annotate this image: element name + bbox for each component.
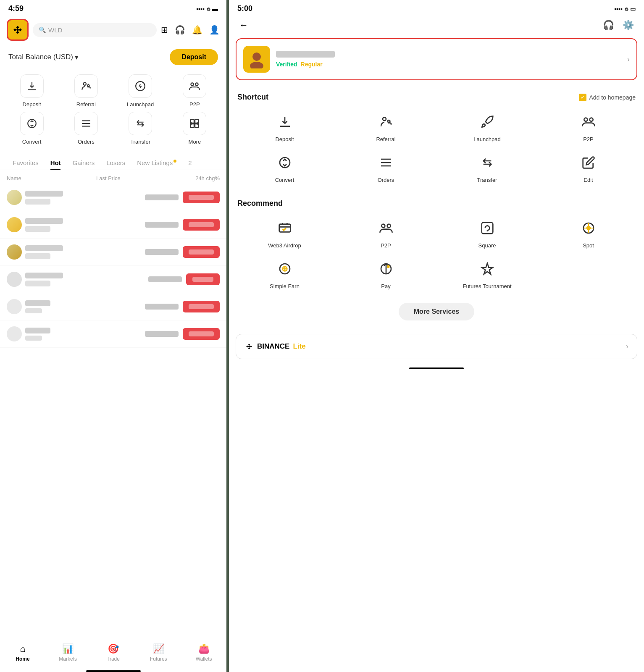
verified-badge: Verified — [276, 61, 297, 68]
more-services-button[interactable]: More Services — [399, 303, 475, 320]
shortcut-launchpad[interactable]: Launchpad — [438, 108, 536, 146]
deposit-icon — [20, 74, 44, 98]
recommend-grid: Web3 Airdrop P2P Square Spot Simple Earn — [229, 211, 644, 299]
launchpad-icon — [129, 74, 152, 98]
table-row[interactable] — [0, 266, 226, 293]
time-left: 4:59 — [8, 4, 24, 13]
coin-name-blur — [25, 273, 63, 278]
wallets-icon: 👛 — [198, 643, 210, 654]
shortcut-edit-label: Edit — [584, 177, 593, 184]
binance-lite-card[interactable]: BINANCE Lite › — [236, 334, 637, 359]
shortcut-header: Shortcut ✓ Add to homepage — [229, 87, 644, 105]
col-name: Name — [7, 175, 21, 181]
shortcut-p2p-label: P2P — [583, 136, 594, 143]
orders-label: Orders — [78, 139, 95, 145]
action-orders[interactable]: Orders — [61, 112, 111, 145]
tab-favorites[interactable]: Favorites — [7, 156, 45, 170]
shortcut-referral-label: Referral — [376, 136, 395, 143]
recommend-web3airdrop[interactable]: Web3 Airdrop — [236, 215, 334, 252]
headphone-icon[interactable]: 🎧 — [603, 20, 614, 31]
status-icons-right: ▪▪▪▪ ⌾ ▭ — [614, 5, 636, 12]
regular-badge: Regular — [301, 61, 323, 68]
coin-icon — [7, 326, 22, 341]
shortcut-title: Shortcut — [237, 93, 268, 102]
table-row[interactable] — [0, 211, 226, 239]
markets-label: Markets — [59, 656, 77, 662]
shortcut-deposit[interactable]: Deposit — [236, 108, 334, 146]
nav-home[interactable]: ⌂ Home — [0, 643, 45, 662]
action-referral[interactable]: Referral — [61, 74, 111, 108]
action-convert[interactable]: Convert — [7, 112, 57, 145]
scan-icon[interactable]: ⊞ — [161, 25, 168, 35]
shortcut-edit[interactable]: Edit — [539, 149, 637, 186]
action-p2p[interactable]: P2P — [170, 74, 220, 108]
table-row[interactable] — [0, 320, 226, 348]
shortcut-transfer[interactable]: Transfer — [438, 149, 536, 186]
coin-pair-blur — [25, 253, 50, 259]
tab-number[interactable]: 2 — [182, 156, 197, 170]
shortcut-referral[interactable]: Referral — [337, 108, 435, 146]
tab-new-listings[interactable]: New Listings — [131, 156, 182, 170]
coin-info — [25, 328, 50, 341]
add-to-homepage[interactable]: ✓ Add to homepage — [579, 94, 636, 101]
support-icon[interactable]: 🎧 — [175, 25, 185, 35]
tab-gainers[interactable]: Gainers — [67, 156, 101, 170]
profile-icon[interactable]: 👤 — [209, 25, 220, 35]
right-screen: 5:00 ▪▪▪▪ ⌾ ▭ ← 🎧 ⚙️ Verified Regular — [229, 0, 644, 672]
coin-name-blur — [25, 191, 63, 197]
back-button[interactable]: ← — [239, 20, 248, 31]
coin-pair-blur — [25, 226, 50, 232]
bell-icon[interactable]: 🔔 — [192, 25, 202, 35]
nav-wallets[interactable]: 👛 Wallets — [181, 643, 226, 662]
transfer-label: Transfer — [130, 139, 150, 145]
binance-lite-chevron: › — [626, 342, 628, 351]
tab-losers[interactable]: Losers — [100, 156, 131, 170]
coin-pair-blur — [25, 308, 42, 313]
recommend-spot[interactable]: Spot — [539, 215, 637, 252]
nav-markets[interactable]: 📊 Markets — [45, 643, 91, 662]
top-icons: ⊞ 🎧 🔔 👤 — [161, 25, 220, 35]
change-blur — [189, 222, 214, 227]
recommend-pay[interactable]: Pay — [337, 255, 435, 293]
tab-hot[interactable]: Hot — [45, 156, 67, 170]
rec-p2p-label: P2P — [381, 242, 391, 249]
futures-icon: 📈 — [153, 643, 164, 654]
recommend-square[interactable]: Square — [438, 215, 536, 252]
square-icon — [476, 217, 498, 239]
deposit-button[interactable]: Deposit — [170, 49, 218, 65]
recommend-simple-earn[interactable]: Simple Earn — [236, 255, 334, 293]
shortcut-orders[interactable]: Orders — [337, 149, 435, 186]
shortcut-p2p[interactable]: P2P — [539, 108, 637, 146]
trade-icon: 🎯 — [108, 643, 119, 654]
top-bar-left: 🔍 WLD ⊞ 🎧 🔔 👤 — [0, 16, 226, 44]
shortcut-deposit-icon — [274, 111, 296, 133]
recommend-futures-tournament[interactable]: Futures Tournament — [438, 255, 536, 293]
change-badge — [186, 273, 220, 285]
table-row[interactable] — [0, 239, 226, 266]
coin-cell — [7, 299, 141, 314]
table-row[interactable] — [0, 293, 226, 320]
coin-icon — [7, 217, 22, 232]
binance-logo[interactable] — [7, 19, 29, 41]
table-row[interactable] — [0, 184, 226, 211]
svg-point-16 — [250, 62, 263, 68]
coin-pair-blur — [25, 336, 42, 341]
convert-icon — [20, 112, 44, 135]
profile-card[interactable]: Verified Regular › — [236, 38, 637, 80]
balance-label[interactable]: Total Balance (USD) ▾ — [8, 53, 79, 62]
nav-trade[interactable]: 🎯 Trade — [91, 643, 136, 662]
shortcut-orders-icon — [375, 152, 397, 173]
action-transfer[interactable]: Transfer — [116, 112, 166, 145]
recommend-p2p[interactable]: P2P — [337, 215, 435, 252]
settings-icon[interactable]: ⚙️ — [623, 20, 634, 31]
search-bar[interactable]: 🔍 WLD — [33, 23, 157, 37]
action-launchpad[interactable]: Launchpad — [116, 74, 166, 108]
action-deposit[interactable]: Deposit — [7, 74, 57, 108]
shortcut-convert[interactable]: Convert — [236, 149, 334, 186]
change-badge — [183, 301, 220, 312]
signal-icon-right: ▪▪▪▪ — [614, 5, 623, 12]
futures-tournament-icon — [476, 258, 498, 280]
lite-text: Lite — [293, 342, 305, 351]
nav-futures[interactable]: 📈 Futures — [136, 643, 181, 662]
action-more[interactable]: More — [170, 112, 220, 145]
